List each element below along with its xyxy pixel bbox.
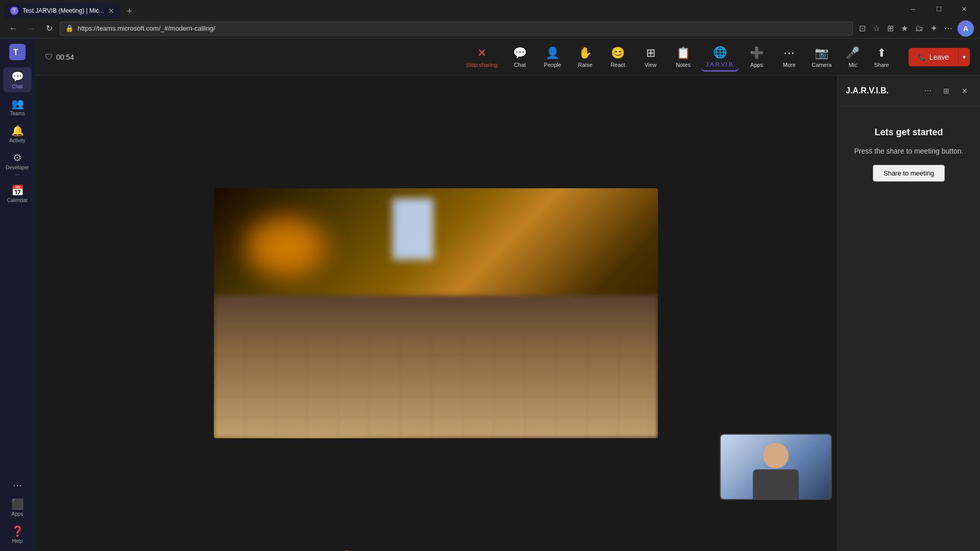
reload-button[interactable]: ↻: [43, 21, 56, 35]
view-icon: ⊞: [646, 46, 655, 60]
sidebar-item-developer[interactable]: ⚙ Developer ...: [3, 148, 32, 179]
jarvib-panel: J.A.R.V.I.B. ⋯ ⊞ ✕ Lets get started Pres…: [837, 76, 980, 551]
sidebar-item-chat[interactable]: 💬 Chat: [3, 67, 32, 92]
chat-icon: 💬: [11, 70, 24, 83]
sidebar-calendar-label: Calendar: [7, 197, 28, 203]
sidebar-apps-label: Apps: [12, 511, 23, 517]
notes-icon: 📋: [676, 46, 690, 60]
sidebar-item-apps[interactable]: ⬛ Apps: [3, 495, 32, 520]
teams-icon: 👥: [11, 97, 24, 110]
share-icon: ⬆: [877, 46, 886, 60]
jarvib-more-button[interactable]: ⋯: [921, 84, 935, 98]
tab-close-button[interactable]: ✕: [108, 7, 114, 15]
video-background: [214, 188, 658, 438]
video-floor-tiles: [214, 336, 658, 438]
browser-toolbar: ← → ↻ 🔒 https://teams.microsoft.com/_#/m…: [0, 18, 980, 39]
more-button[interactable]: ⋯ More: [774, 43, 804, 71]
browser-tabs: T Test JARVIB (Meeting) | Mic... ✕ +: [4, 0, 893, 18]
tab-favicon: T: [10, 7, 18, 15]
address-bar[interactable]: 🔒 https://teams.microsoft.com/_#/modern-…: [60, 21, 853, 36]
favorites-icon[interactable]: ★: [899, 21, 910, 35]
jarvib-panel-title: J.A.R.V.I.B.: [846, 86, 917, 95]
jarvib-label: J.A.R.V.I.B.: [706, 61, 734, 67]
jarvib-button[interactable]: 🌐 J.A.R.V.I.B.: [701, 43, 740, 71]
jarvib-icon: 🌐: [713, 46, 727, 59]
sidebar-item-activity[interactable]: 🔔 Activity: [3, 121, 32, 146]
camera-icon: 📷: [815, 46, 828, 60]
apps-icon: ⬛: [11, 498, 24, 510]
leave-label: Leave: [929, 53, 949, 61]
react-icon: 😊: [611, 46, 625, 60]
back-button[interactable]: ←: [6, 22, 20, 35]
activity-icon: 🔔: [11, 124, 24, 137]
stop-sharing-button[interactable]: ✕ Stop sharing: [461, 43, 503, 71]
leave-dropdown-button[interactable]: ▾: [958, 48, 970, 66]
forward-button[interactable]: →: [24, 22, 39, 35]
meeting-toolbar: 🛡 00:54 ✕ Stop sharing 💬 Chat 👤 People ✋…: [35, 39, 980, 76]
sidebar-teams-label: Teams: [10, 111, 24, 116]
mic-button[interactable]: 🎤 Mic: [841, 43, 865, 71]
raise-button[interactable]: ✋ Raise: [570, 43, 601, 71]
bookmark-icon[interactable]: ☆: [871, 21, 882, 35]
svg-text:T: T: [13, 48, 18, 57]
chat-button[interactable]: 💬 Chat: [505, 43, 535, 71]
url-text: https://teams.microsoft.com/_#/modern-ca…: [78, 24, 215, 32]
leave-phone-icon: 📞: [918, 53, 926, 61]
extension-icon[interactable]: ⊞: [885, 21, 896, 35]
settings-dots-icon[interactable]: ⋯: [942, 21, 954, 35]
react-button[interactable]: 😊 React: [603, 43, 633, 71]
new-tab-button[interactable]: +: [122, 4, 137, 18]
camera-button[interactable]: 📷 Camera: [806, 43, 837, 71]
sidebar-item-teams[interactable]: 👥 Teams: [3, 94, 32, 119]
lock-icon: 🔒: [65, 24, 74, 32]
active-tab[interactable]: T Test JARVIB (Meeting) | Mic... ✕: [4, 3, 120, 18]
help-icon: ❓: [11, 525, 24, 537]
share-to-meeting-button[interactable]: Share to meeting: [873, 165, 945, 182]
developer-icon: ⚙: [13, 152, 22, 164]
stop-sharing-icon: ✕: [477, 46, 486, 60]
raise-icon: ✋: [578, 46, 592, 60]
screen-capture-icon[interactable]: ⊡: [857, 21, 868, 35]
chat-toolbar-icon: 💬: [513, 46, 527, 60]
apps-toolbar-label: Apps: [750, 62, 763, 68]
participant-thumbnail: [720, 434, 832, 500]
maximize-button[interactable]: ☐: [927, 2, 950, 17]
react-label: React: [610, 62, 625, 68]
jarvib-expand-button[interactable]: ⊞: [939, 84, 953, 98]
sidebar-item-help[interactable]: ❓ Help: [3, 522, 32, 547]
copilot-icon[interactable]: ✦: [928, 21, 939, 35]
video-glow-light-2: [393, 198, 433, 260]
jarvib-subtitle: Press the share to meeting button.: [854, 146, 963, 157]
profile-avatar[interactable]: A: [958, 20, 974, 37]
sidebar-item-calendar[interactable]: 📅 Calendar: [3, 181, 32, 206]
share-button[interactable]: ⬆ Share: [869, 43, 894, 71]
people-button[interactable]: 👤 People: [537, 43, 568, 71]
notes-button[interactable]: 📋 Notes: [668, 43, 699, 71]
more-label: More: [783, 62, 796, 68]
camera-label: Camera: [812, 62, 831, 68]
meeting-area: J.A.R.V.I.B. ⋯ ⊞ ✕ Lets get started Pres…: [35, 76, 980, 551]
teams-logo[interactable]: T: [8, 43, 27, 61]
leave-button[interactable]: 📞 Leave: [909, 48, 958, 66]
teams-sidebar: T 💬 Chat 👥 Teams 🔔 Activity ⚙ Developer …: [0, 39, 35, 551]
jarvib-panel-content: Lets get started Press the share to meet…: [838, 107, 980, 551]
jarvib-close-button[interactable]: ✕: [958, 84, 972, 98]
people-label: People: [544, 62, 561, 68]
sidebar-activity-label: Activity: [9, 138, 26, 143]
close-button[interactable]: ✕: [952, 2, 976, 17]
calendar-icon: 📅: [11, 184, 24, 196]
teams-app: T 💬 Chat 👥 Teams 🔔 Activity ⚙ Developer …: [0, 39, 980, 551]
apps-button[interactable]: ➕ Apps: [741, 43, 772, 71]
participant-person-shape: [745, 443, 806, 499]
wallet-icon[interactable]: 🗂: [913, 22, 925, 35]
minimize-button[interactable]: ─: [901, 2, 925, 17]
stop-sharing-label: Stop sharing: [466, 62, 498, 68]
timer-display: 00:54: [56, 53, 74, 61]
view-button[interactable]: ⊞ View: [635, 43, 666, 71]
participant-head: [763, 443, 789, 468]
sidebar-developer-label: Developer ...: [5, 165, 30, 176]
share-label: Share: [874, 62, 889, 68]
sidebar-more-dots[interactable]: ⋯: [13, 480, 22, 491]
mic-icon: 🎤: [846, 46, 860, 60]
browser-toolbar-icons: ⊡ ☆ ⊞ ★ 🗂 ✦ ⋯ A: [857, 20, 974, 37]
